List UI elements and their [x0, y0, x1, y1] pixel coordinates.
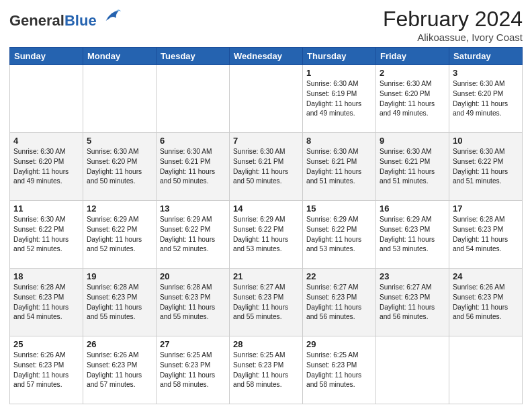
cell-day-number: 7 [233, 136, 299, 146]
cell-day-number: 18 [13, 271, 79, 281]
cell-day-info: Sunrise: 6:25 AM Sunset: 6:23 PM Dayligh… [233, 351, 299, 390]
calendar-cell: 21Sunrise: 6:27 AM Sunset: 6:23 PM Dayli… [230, 269, 303, 336]
cell-day-info: Sunrise: 6:25 AM Sunset: 6:23 PM Dayligh… [306, 351, 372, 390]
cell-day-number: 21 [233, 271, 299, 281]
cell-day-number: 13 [160, 203, 226, 214]
cell-day-info: Sunrise: 6:29 AM Sunset: 6:22 PM Dayligh… [306, 215, 372, 255]
calendar-cell [376, 336, 449, 404]
cell-day-info: Sunrise: 6:29 AM Sunset: 6:22 PM Dayligh… [233, 215, 299, 255]
cell-day-info: Sunrise: 6:30 AM Sunset: 6:20 PM Dayligh… [87, 147, 152, 187]
cell-day-number: 4 [13, 136, 79, 146]
cell-day-info: Sunrise: 6:30 AM Sunset: 6:19 PM Dayligh… [306, 79, 372, 119]
cell-day-number: 22 [306, 271, 372, 281]
calendar-cell: 23Sunrise: 6:27 AM Sunset: 6:23 PM Dayli… [376, 269, 449, 336]
cell-day-info: Sunrise: 6:26 AM Sunset: 6:23 PM Dayligh… [13, 351, 79, 390]
cell-day-number: 6 [160, 136, 226, 146]
cell-day-number: 12 [87, 203, 152, 214]
calendar-cell: 17Sunrise: 6:28 AM Sunset: 6:23 PM Dayli… [449, 201, 523, 269]
calendar-week-row: 25Sunrise: 6:26 AM Sunset: 6:23 PM Dayli… [10, 336, 523, 404]
calendar-day-header-thursday: Thursday [303, 48, 376, 65]
calendar-cell: 3Sunrise: 6:30 AM Sunset: 6:20 PM Daylig… [449, 65, 523, 133]
cell-day-number: 9 [380, 136, 445, 146]
calendar-table: SundayMondayTuesdayWednesdayThursdayFrid… [9, 47, 523, 404]
calendar-title: February 2024 [383, 7, 523, 32]
calendar-cell: 14Sunrise: 6:29 AM Sunset: 6:22 PM Dayli… [230, 201, 303, 269]
cell-day-info: Sunrise: 6:30 AM Sunset: 6:20 PM Dayligh… [380, 79, 445, 119]
title-block: February 2024 Alikoassue, Ivory Coast [383, 7, 523, 43]
calendar-cell: 2Sunrise: 6:30 AM Sunset: 6:20 PM Daylig… [376, 65, 449, 133]
cell-day-info: Sunrise: 6:29 AM Sunset: 6:23 PM Dayligh… [380, 215, 445, 255]
cell-day-number: 5 [87, 136, 152, 146]
calendar-cell: 27Sunrise: 6:25 AM Sunset: 6:23 PM Dayli… [157, 336, 230, 404]
cell-day-number: 20 [160, 271, 226, 281]
calendar-cell: 16Sunrise: 6:29 AM Sunset: 6:23 PM Dayli… [376, 201, 449, 269]
calendar-cell: 6Sunrise: 6:30 AM Sunset: 6:21 PM Daylig… [157, 133, 230, 201]
cell-day-number: 27 [160, 339, 226, 349]
calendar-day-header-wednesday: Wednesday [230, 48, 303, 65]
cell-day-number: 26 [87, 339, 152, 349]
cell-day-info: Sunrise: 6:28 AM Sunset: 6:23 PM Dayligh… [453, 215, 519, 255]
logo-blue-text: Blue [64, 12, 97, 29]
calendar-cell: 8Sunrise: 6:30 AM Sunset: 6:21 PM Daylig… [303, 133, 376, 201]
cell-day-info: Sunrise: 6:28 AM Sunset: 6:23 PM Dayligh… [13, 283, 79, 322]
cell-day-info: Sunrise: 6:27 AM Sunset: 6:23 PM Dayligh… [380, 283, 445, 322]
cell-day-info: Sunrise: 6:29 AM Sunset: 6:22 PM Dayligh… [87, 215, 152, 255]
cell-day-info: Sunrise: 6:30 AM Sunset: 6:20 PM Dayligh… [13, 147, 79, 187]
cell-day-info: Sunrise: 6:27 AM Sunset: 6:23 PM Dayligh… [233, 283, 299, 322]
cell-day-number: 8 [306, 136, 372, 146]
calendar-cell: 28Sunrise: 6:25 AM Sunset: 6:23 PM Dayli… [230, 336, 303, 404]
cell-day-info: Sunrise: 6:29 AM Sunset: 6:22 PM Dayligh… [160, 215, 226, 255]
calendar-location: Alikoassue, Ivory Coast [383, 32, 523, 43]
calendar-week-row: 11Sunrise: 6:30 AM Sunset: 6:22 PM Dayli… [10, 201, 523, 269]
calendar-cell: 13Sunrise: 6:29 AM Sunset: 6:22 PM Dayli… [157, 201, 230, 269]
cell-day-info: Sunrise: 6:26 AM Sunset: 6:23 PM Dayligh… [87, 351, 152, 390]
cell-day-number: 25 [13, 339, 79, 349]
calendar-cell: 1Sunrise: 6:30 AM Sunset: 6:19 PM Daylig… [303, 65, 376, 133]
calendar-cell [449, 336, 523, 404]
cell-day-info: Sunrise: 6:30 AM Sunset: 6:21 PM Dayligh… [306, 147, 372, 187]
cell-day-number: 14 [233, 203, 299, 214]
cell-day-number: 10 [453, 136, 519, 146]
calendar-cell: 25Sunrise: 6:26 AM Sunset: 6:23 PM Dayli… [10, 336, 83, 404]
calendar-cell [10, 65, 83, 133]
cell-day-number: 16 [380, 203, 445, 214]
calendar-cell: 29Sunrise: 6:25 AM Sunset: 6:23 PM Dayli… [303, 336, 376, 404]
calendar-cell: 20Sunrise: 6:28 AM Sunset: 6:23 PM Dayli… [157, 269, 230, 336]
cell-day-number: 11 [13, 203, 79, 214]
cell-day-info: Sunrise: 6:30 AM Sunset: 6:21 PM Dayligh… [233, 147, 299, 187]
cell-day-number: 23 [380, 271, 445, 281]
cell-day-number: 19 [87, 271, 152, 281]
cell-day-info: Sunrise: 6:30 AM Sunset: 6:22 PM Dayligh… [13, 215, 79, 255]
calendar-cell: 11Sunrise: 6:30 AM Sunset: 6:22 PM Dayli… [10, 201, 83, 269]
calendar-cell [83, 65, 157, 133]
cell-day-number: 24 [453, 271, 519, 281]
calendar-cell: 5Sunrise: 6:30 AM Sunset: 6:20 PM Daylig… [83, 133, 157, 201]
calendar-cell: 15Sunrise: 6:29 AM Sunset: 6:22 PM Dayli… [303, 201, 376, 269]
calendar-day-header-monday: Monday [83, 48, 157, 65]
calendar-cell: 18Sunrise: 6:28 AM Sunset: 6:23 PM Dayli… [10, 269, 83, 336]
logo: GeneralBlue [9, 7, 121, 29]
cell-day-number: 17 [453, 203, 519, 214]
calendar-week-row: 18Sunrise: 6:28 AM Sunset: 6:23 PM Dayli… [10, 269, 523, 336]
cell-day-number: 2 [380, 68, 445, 78]
calendar-cell: 4Sunrise: 6:30 AM Sunset: 6:20 PM Daylig… [10, 133, 83, 201]
calendar-cell: 7Sunrise: 6:30 AM Sunset: 6:21 PM Daylig… [230, 133, 303, 201]
cell-day-info: Sunrise: 6:28 AM Sunset: 6:23 PM Dayligh… [160, 283, 226, 322]
cell-day-info: Sunrise: 6:26 AM Sunset: 6:23 PM Dayligh… [453, 283, 519, 322]
logo-general-text: General [9, 12, 64, 29]
cell-day-info: Sunrise: 6:30 AM Sunset: 6:21 PM Dayligh… [380, 147, 445, 187]
cell-day-number: 15 [306, 203, 372, 214]
calendar-cell: 12Sunrise: 6:29 AM Sunset: 6:22 PM Dayli… [83, 201, 157, 269]
calendar-cell: 9Sunrise: 6:30 AM Sunset: 6:21 PM Daylig… [376, 133, 449, 201]
cell-day-info: Sunrise: 6:25 AM Sunset: 6:23 PM Dayligh… [160, 351, 226, 390]
calendar-day-header-tuesday: Tuesday [157, 48, 230, 65]
calendar-cell: 19Sunrise: 6:28 AM Sunset: 6:23 PM Dayli… [83, 269, 157, 336]
cell-day-info: Sunrise: 6:30 AM Sunset: 6:21 PM Dayligh… [160, 147, 226, 187]
cell-day-number: 29 [306, 339, 372, 349]
calendar-cell: 24Sunrise: 6:26 AM Sunset: 6:23 PM Dayli… [449, 269, 523, 336]
logo-bird-icon [102, 7, 121, 26]
cell-day-info: Sunrise: 6:27 AM Sunset: 6:23 PM Dayligh… [306, 283, 372, 322]
cell-day-number: 1 [306, 68, 372, 78]
cell-day-info: Sunrise: 6:30 AM Sunset: 6:20 PM Dayligh… [453, 79, 519, 119]
calendar-day-header-saturday: Saturday [449, 48, 523, 65]
